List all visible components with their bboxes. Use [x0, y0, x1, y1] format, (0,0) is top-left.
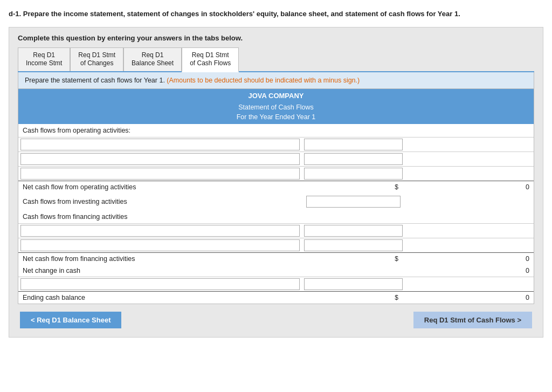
- financing-header-row: Cash flows from financing activities: [18, 210, 534, 224]
- beginning-cash-row: [18, 277, 534, 291]
- investing-input[interactable]: [306, 196, 401, 208]
- net-change-value: 0: [405, 265, 534, 277]
- net-financing-row: Net cash flow from financing activities …: [18, 252, 534, 265]
- tab-income-stmt[interactable]: Req D1 Income Stmt: [18, 47, 70, 71]
- prev-button-label: < Req D1 Balance Sheet: [31, 316, 111, 324]
- fin1-mid-cell[interactable]: [302, 223, 405, 238]
- op2-mid-cell[interactable]: [302, 152, 405, 166]
- tab-content: Prepare the statement of cash flows for …: [18, 72, 534, 304]
- operating-input-row-3: [18, 166, 534, 181]
- op1-mid-cell[interactable]: [302, 137, 405, 152]
- fin2-mid-input[interactable]: [304, 239, 403, 251]
- op3-mid-input[interactable]: [304, 168, 403, 180]
- op3-label-input[interactable]: [20, 168, 300, 180]
- fin1-mid-input[interactable]: [304, 225, 403, 237]
- page-instruction: d-1. Prepare the income statement, state…: [9, 9, 543, 19]
- net-operating-dollar-sign: $: [395, 183, 401, 191]
- op3-mid-cell[interactable]: [302, 166, 405, 181]
- investing-header-cell: Cash flows from investing activities: [18, 193, 302, 210]
- tabs-container: Req D1 Income Stmt Req D1 Stmt of Change…: [18, 47, 534, 304]
- fin1-right-cell: [405, 223, 534, 238]
- beginning-cash-mid-cell[interactable]: [302, 277, 405, 291]
- op3-label-cell[interactable]: [18, 166, 302, 181]
- ending-cash-dollar-sign: $: [395, 294, 401, 301]
- op1-label-input[interactable]: [20, 139, 300, 150]
- ending-cash-dollar-cell: $: [302, 291, 405, 304]
- question-box-title: Complete this question by entering your …: [18, 34, 534, 42]
- ending-cash-label: Ending cash balance: [18, 291, 302, 304]
- ending-cash-value-cell: 0: [405, 291, 534, 304]
- investing-header-row: Cash flows from investing activities: [18, 193, 534, 210]
- statement-title-cell: Statement of Cash Flows: [18, 102, 534, 112]
- tab-cash-flows[interactable]: Req D1 Stmt of Cash Flows: [182, 47, 239, 72]
- operating-header-row: Cash flows from operating activities:: [18, 124, 534, 137]
- op2-right-cell: [405, 152, 534, 166]
- net-financing-dollar-cell: $: [302, 252, 405, 265]
- net-operating-label: Net cash flow from operating activities: [18, 181, 302, 193]
- net-change-mid: [302, 265, 405, 277]
- instruction-note: (Amounts to be deducted should be indica…: [167, 77, 360, 84]
- financing-header-mid: [302, 210, 405, 224]
- investing-input-cell[interactable]: [302, 193, 405, 210]
- financing-header-cell: Cash flows from financing activities: [18, 210, 302, 224]
- op1-mid-input[interactable]: [304, 139, 403, 150]
- fin2-label-input[interactable]: [20, 239, 300, 251]
- beginning-cash-label-cell[interactable]: [18, 277, 302, 291]
- op2-label-cell[interactable]: [18, 152, 302, 166]
- fin2-label-cell[interactable]: [18, 238, 302, 252]
- op1-label-cell[interactable]: [18, 137, 302, 152]
- prev-button[interactable]: < Req D1 Balance Sheet: [20, 312, 121, 328]
- net-operating-dollar-cell: $: [302, 181, 405, 193]
- net-change-row: Net change in cash 0: [18, 265, 534, 277]
- question-box: Complete this question by entering your …: [9, 27, 543, 338]
- fin2-right-cell: [405, 238, 534, 252]
- net-operating-row: Net cash flow from operating activities …: [18, 181, 534, 193]
- investing-right-cell: [405, 193, 534, 210]
- net-financing-dollar-sign: $: [395, 255, 401, 263]
- financing-input-row-1: [18, 223, 534, 238]
- net-operating-value-cell: 0: [405, 181, 534, 193]
- net-financing-label: Net cash flow from financing activities: [18, 252, 302, 265]
- op3-right-cell: [405, 166, 534, 181]
- tab-instruction-bar: Prepare the statement of cash flows for …: [18, 72, 534, 89]
- tab-balance-sheet[interactable]: Req D1 Balance Sheet: [123, 47, 182, 71]
- ending-cash-row: Ending cash balance $ 0: [18, 291, 534, 304]
- operating-input-row-2: [18, 152, 534, 166]
- next-button-label: Req D1 Stmt of Cash Flows >: [424, 316, 521, 324]
- beginning-cash-label-input[interactable]: [20, 278, 300, 290]
- next-button[interactable]: Req D1 Stmt of Cash Flows >: [413, 312, 532, 328]
- tab-stmt-changes[interactable]: Req D1 Stmt of Changes: [70, 47, 123, 71]
- fin1-label-input[interactable]: [20, 225, 300, 237]
- company-name-row: JOVA COMPANY: [18, 89, 534, 102]
- tab-row: Req D1 Income Stmt Req D1 Stmt of Change…: [18, 47, 534, 72]
- net-financing-value-cell: 0: [405, 252, 534, 265]
- operating-input-row-1: [18, 137, 534, 152]
- instruction-bold: d-1. Prepare the income statement, state…: [9, 10, 460, 18]
- beginning-cash-right-cell: [405, 277, 534, 291]
- financing-input-row-2: [18, 238, 534, 252]
- op2-label-input[interactable]: [20, 153, 300, 165]
- period-row: For the Year Ended Year 1: [18, 112, 534, 124]
- op2-mid-input[interactable]: [304, 153, 403, 165]
- net-change-label: Net change in cash: [18, 265, 302, 277]
- fin2-mid-cell[interactable]: [302, 238, 405, 252]
- financing-header-right: [405, 210, 534, 224]
- company-name-cell: JOVA COMPANY: [18, 89, 534, 102]
- fin1-label-cell[interactable]: [18, 223, 302, 238]
- op1-right-cell: [405, 137, 534, 152]
- operating-header-cell: Cash flows from operating activities:: [18, 124, 534, 137]
- period-cell: For the Year Ended Year 1: [18, 112, 534, 124]
- beginning-cash-mid-input[interactable]: [304, 278, 403, 290]
- bottom-nav: < Req D1 Balance Sheet Req D1 Stmt of Ca…: [18, 312, 534, 328]
- statement-title-row: Statement of Cash Flows: [18, 102, 534, 112]
- statement-table: JOVA COMPANY Statement of Cash Flows For…: [18, 89, 534, 304]
